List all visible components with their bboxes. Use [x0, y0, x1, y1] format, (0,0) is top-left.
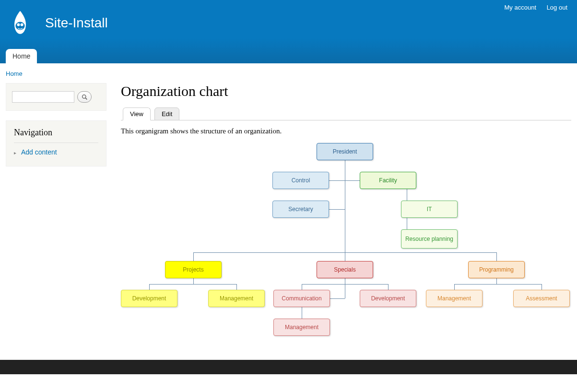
org-node-control[interactable]: Control [272, 172, 329, 189]
connector-line [345, 180, 360, 181]
tab-edit[interactable]: Edit [154, 107, 179, 120]
org-node-it[interactable]: IT [401, 201, 458, 218]
main-tabs: Home [6, 49, 37, 63]
connector-line [329, 209, 345, 210]
org-node-secretary[interactable]: Secretary [272, 201, 329, 218]
connector-line [388, 284, 389, 290]
search-input[interactable] [12, 91, 74, 103]
connector-line [193, 284, 236, 285]
svg-line-4 [85, 98, 87, 99]
site-title[interactable]: Site-Install [45, 15, 108, 31]
connector-line [302, 284, 345, 285]
connector-line [345, 160, 345, 252]
connector-line [193, 278, 194, 284]
org-node-management1[interactable]: Management [208, 290, 265, 307]
search-block [6, 83, 106, 111]
tab-home[interactable]: Home [6, 49, 37, 63]
sidebar: Navigation Add content [6, 83, 106, 344]
breadcrumb: Home [0, 63, 577, 77]
org-node-resource[interactable]: Resource planning [401, 229, 458, 249]
search-button[interactable] [77, 91, 92, 103]
connector-line [454, 284, 455, 290]
org-node-programming[interactable]: Programming [468, 261, 525, 278]
connector-line [345, 284, 388, 285]
navigation-block: Navigation Add content [6, 120, 106, 166]
connector-line [496, 252, 497, 261]
connector-line [496, 278, 497, 284]
svg-point-0 [15, 22, 24, 30]
connector-line [302, 284, 302, 290]
org-node-management3[interactable]: Management [273, 319, 330, 336]
org-chart: PresidentControlFacilitySecretaryITResou… [121, 143, 571, 344]
connector-line [149, 284, 150, 290]
svg-point-1 [17, 24, 20, 26]
org-node-management2[interactable]: Management [426, 290, 483, 307]
search-icon [82, 94, 88, 100]
connector-line [193, 252, 194, 261]
connector-line [454, 284, 496, 285]
connector-line [496, 284, 542, 285]
org-node-development1[interactable]: Development [121, 290, 177, 307]
nav-item-add-content: Add content [14, 148, 98, 156]
org-node-development2[interactable]: Development [360, 290, 416, 307]
connector-line [149, 284, 193, 285]
connector-line [345, 252, 345, 261]
my-account-link[interactable]: My account [505, 4, 536, 11]
svg-point-3 [82, 95, 85, 98]
tab-view[interactable]: View [123, 107, 151, 120]
connector-line [329, 180, 345, 181]
org-node-communication[interactable]: Communication [273, 290, 330, 307]
org-node-specials[interactable]: Specials [317, 261, 373, 278]
logo-area: Site-Install [0, 0, 577, 37]
add-content-link[interactable]: Add content [21, 148, 57, 156]
connector-line [236, 284, 237, 290]
breadcrumb-home[interactable]: Home [6, 70, 23, 77]
page-tabs: View Edit [121, 107, 571, 120]
org-node-assessment[interactable]: Assessment [513, 290, 570, 307]
nav-title: Navigation [14, 128, 98, 143]
connector-line [345, 278, 345, 298]
connector-line [542, 284, 542, 290]
logout-link[interactable]: Log out [547, 4, 567, 11]
page-description: This organigram shows the structure of a… [121, 127, 571, 135]
org-node-president[interactable]: President [317, 143, 373, 160]
org-node-projects[interactable]: Projects [165, 261, 222, 278]
main-content: Organization chart View Edit This organi… [121, 83, 571, 344]
site-header: My account Log out Site-Install Home [0, 0, 577, 63]
page-title: Organization chart [121, 83, 571, 99]
drupal-logo-icon [6, 9, 35, 37]
user-links: My account Log out [496, 4, 567, 11]
svg-point-2 [21, 24, 24, 26]
footer [0, 360, 577, 374]
org-node-facility[interactable]: Facility [360, 172, 416, 189]
